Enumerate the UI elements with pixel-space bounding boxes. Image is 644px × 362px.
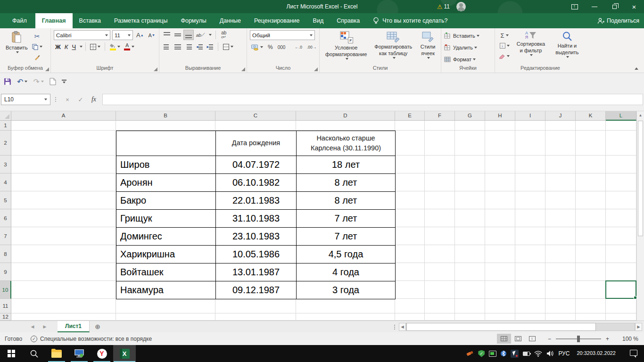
number-format-combo[interactable]: Общий <box>250 30 315 40</box>
taskbar-search-button[interactable] <box>23 345 45 362</box>
customize-qat-button[interactable] <box>62 80 66 83</box>
format-cells-button[interactable]: Формат <box>444 54 493 65</box>
name-box[interactable]: L10 <box>1 94 50 105</box>
tab-data[interactable]: Данные <box>213 13 248 28</box>
bluetooth-tray-icon[interactable] <box>501 350 506 357</box>
column-header-E[interactable]: E <box>395 111 425 121</box>
tab-formulas[interactable]: Формулы <box>174 13 213 28</box>
prev-sheet-button[interactable]: ◀ <box>26 321 39 332</box>
delete-cells-button[interactable]: Удалить <box>444 42 493 53</box>
player-name-cell[interactable]: Грищук <box>116 210 216 228</box>
paste-dropdown[interactable] <box>16 51 19 53</box>
accessibility-status[interactable]: Специальные возможности: все в порядке <box>40 336 152 342</box>
page-break-view-button[interactable] <box>525 334 539 344</box>
older-cell[interactable]: 18 лет <box>297 156 396 174</box>
column-header-C[interactable]: C <box>215 111 296 121</box>
birthdate-cell[interactable]: 04.07.1972 <box>216 156 297 174</box>
older-cell[interactable]: 4,5 года <box>297 246 396 263</box>
row-header-8[interactable]: 8 <box>0 245 11 263</box>
column-header-L[interactable]: L <box>606 111 636 121</box>
align-bottom-button[interactable] <box>184 30 193 40</box>
row-header-1[interactable]: 1 <box>0 121 11 131</box>
tab-insert[interactable]: Вставка <box>73 13 107 28</box>
undo-button[interactable]: ↶ <box>17 77 27 86</box>
column-header-F[interactable]: F <box>425 111 455 121</box>
align-center-button[interactable] <box>173 42 182 51</box>
tell-me-search[interactable]: Что вы хотите сделать? <box>373 13 447 28</box>
orientation-button[interactable]: ab⟋ <box>194 30 207 40</box>
restore-button[interactable] <box>604 0 624 13</box>
antivirus-tray-icon[interactable]: ✓ <box>478 350 485 357</box>
next-sheet-button[interactable]: ▶ <box>39 321 51 332</box>
column-header-H[interactable]: H <box>485 111 515 121</box>
older-cell[interactable]: 8 лет <box>297 192 396 210</box>
bold-button[interactable]: Ж <box>54 42 62 51</box>
comma-style-button[interactable]: 000 <box>276 42 287 52</box>
underline-dropdown[interactable] <box>80 46 83 48</box>
birthdate-cell[interactable]: 31.10.1983 <box>216 210 297 228</box>
italic-button[interactable]: К <box>63 42 70 51</box>
zoom-slider-thumb[interactable] <box>577 336 580 342</box>
zoom-in-button[interactable]: + <box>606 336 609 342</box>
spreadsheet-grid[interactable]: ▲ ABCDEFGHIJKL123456789101112Дата рожден… <box>0 111 644 321</box>
row-header-9[interactable]: 9 <box>0 263 11 281</box>
autosum-button[interactable]: Σ <box>498 31 511 40</box>
fill-button[interactable]: ↓ <box>498 41 511 50</box>
usb-tray-icon[interactable] <box>466 350 474 357</box>
paste-button[interactable]: Вставить <box>3 30 31 65</box>
font-dialog-launcher[interactable] <box>153 67 157 71</box>
player-name-cell[interactable]: Бакро <box>116 192 216 210</box>
underline-button[interactable]: Ч <box>70 42 77 51</box>
redo-button[interactable]: ↷ <box>33 77 43 86</box>
older-cell[interactable]: 4 года <box>297 263 396 281</box>
page-layout-view-button[interactable] <box>511 334 525 344</box>
network-monitor-tray-icon[interactable] <box>489 351 496 357</box>
tab-view[interactable]: Вид <box>306 13 330 28</box>
tab-file[interactable]: Файл <box>4 13 35 28</box>
birthdate-header-cell[interactable]: Дата рождения <box>216 131 297 156</box>
player-name-cell[interactable]: Аронян <box>116 174 216 192</box>
row-header-5[interactable]: 5 <box>0 191 11 209</box>
clipboard-dialog-launcher[interactable] <box>45 67 49 71</box>
tab-scroll-splitter[interactable] <box>392 325 397 329</box>
new-document-button[interactable] <box>50 78 56 85</box>
taskbar-remote-desktop[interactable] <box>68 345 91 362</box>
formula-bar-splitter[interactable] <box>52 97 59 102</box>
older-cell[interactable]: 7 лет <box>297 228 396 246</box>
ribbon-display-options-button[interactable] <box>565 0 585 13</box>
normal-view-button[interactable] <box>497 334 511 344</box>
collapse-ribbon-button[interactable] <box>635 67 638 70</box>
birthdate-cell[interactable]: 23.10.1983 <box>216 228 297 246</box>
vertical-scroll-thumb[interactable] <box>638 121 643 236</box>
name-box-dropdown[interactable] <box>44 99 47 100</box>
row-header-12[interactable]: 12 <box>0 313 11 321</box>
account-avatar[interactable] <box>456 2 466 11</box>
sheet-tab[interactable]: Лист1 <box>58 321 90 332</box>
insert-function-button[interactable]: fx <box>87 94 100 105</box>
decrease-indent-button[interactable]: ◂ <box>195 42 204 51</box>
format-as-table-button[interactable]: Форматировать как таблицу <box>372 30 415 65</box>
battery-tray-icon[interactable] <box>523 352 530 356</box>
orientation-dropdown[interactable] <box>209 34 212 36</box>
share-button[interactable]: Поделиться <box>597 13 639 28</box>
zoom-slider[interactable] <box>556 338 601 339</box>
percent-style-button[interactable]: % <box>266 42 274 52</box>
birthdate-cell[interactable]: 22.01.1983 <box>216 192 297 210</box>
row-header-10[interactable]: 10 <box>0 281 11 299</box>
row-header-2[interactable]: 2 <box>0 131 11 156</box>
merge-center-button[interactable] <box>222 42 235 51</box>
player-name-cell[interactable]: Широв <box>116 156 216 174</box>
increase-decimal-button[interactable]: ←.0 <box>293 42 304 52</box>
align-top-button[interactable] <box>162 30 172 40</box>
alignment-dialog-launcher[interactable] <box>241 67 245 71</box>
player-name-cell[interactable]: Домингес <box>116 228 216 246</box>
pointer-app-tray-icon[interactable] <box>511 350 519 358</box>
row-header-4[interactable]: 4 <box>0 173 11 191</box>
birthdate-cell[interactable]: 10.05.1986 <box>216 246 297 263</box>
font-size-combo[interactable]: 11 <box>112 30 133 40</box>
column-header-B[interactable]: B <box>116 111 215 121</box>
accounting-format-button[interactable] <box>250 42 264 52</box>
column-header-D[interactable]: D <box>296 111 395 121</box>
shrink-font-button[interactable]: А▼ <box>147 31 157 40</box>
add-sheet-button[interactable]: ⊕ <box>90 321 106 332</box>
